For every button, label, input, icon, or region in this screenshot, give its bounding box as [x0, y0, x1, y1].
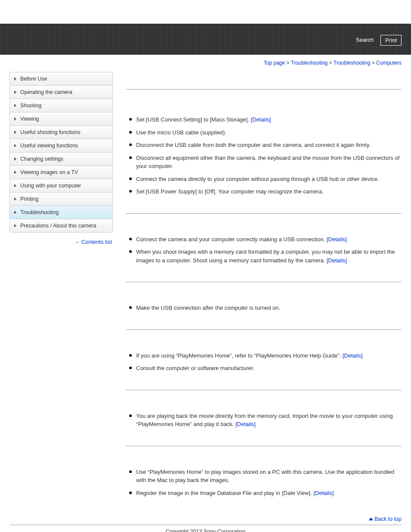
sidebar-item[interactable]: Using with your computer [10, 179, 112, 193]
copyright-text: Copyright 2013 Sony Corporation [0, 525, 411, 532]
content-section: Set [USB Connect Setting] to [Mass Stora… [126, 89, 402, 213]
list-item: Connect the camera and your computer cor… [129, 235, 402, 244]
sidebar: Before UseOperating the cameraShootingVi… [9, 72, 113, 514]
sidebar-item[interactable]: Viewing [10, 112, 112, 126]
list-item-text: When you shoot images with a memory card… [136, 249, 395, 264]
arrow-right-icon: → [74, 239, 79, 245]
list-item-text: Make the USB connection after the comput… [136, 305, 280, 311]
list-item-text: Connect the camera and your computer cor… [136, 236, 327, 243]
list-item-text: Use “PlayMemories Home” to play images s… [136, 469, 394, 484]
header-banner: Search Print [0, 24, 411, 55]
breadcrumb: Top page > Troubleshooting > Troubleshoo… [0, 55, 411, 66]
back-to-top-link[interactable]: Back to top [0, 514, 411, 525]
list-item: Register the image in the Image Database… [129, 489, 402, 498]
details-link[interactable]: [Details] [314, 490, 334, 496]
list-item: If you are using “PlayMemories Home”, re… [129, 352, 402, 360]
main-content: Set [USB Connect Setting] to [Mass Stora… [126, 72, 402, 514]
content-section: Use “PlayMemories Home” to play images s… [126, 446, 402, 515]
sidebar-item[interactable]: Printing [10, 193, 112, 206]
list-item: Disconnect all equipment other than the … [129, 154, 402, 171]
list-item: Set [USB Power Supply] to [Off]. Your co… [129, 187, 402, 196]
list-item: Set [USB Connect Setting] to [Mass Stora… [129, 115, 402, 124]
breadcrumb-link[interactable]: Troubleshooting [333, 60, 371, 66]
sidebar-item[interactable]: Precautions / About this camera [10, 219, 112, 232]
sidebar-item[interactable]: Changing settings [10, 152, 112, 166]
sidebar-item[interactable]: Before Use [10, 72, 112, 86]
list-item-text: Connect the camera directly to your comp… [136, 176, 379, 182]
content-section: Connect the camera and your computer cor… [126, 213, 402, 282]
breadcrumb-link[interactable]: Troubleshooting [291, 60, 328, 66]
list-item: Disconnect the USB cable from both the c… [129, 141, 402, 149]
list-item-text: Set [USB Connect Setting] to [Mass Stora… [136, 116, 251, 123]
contents-list-link[interactable]: →Contents list [9, 233, 113, 245]
list-item-text: Set [USB Power Supply] to [Off]. Your co… [136, 188, 324, 195]
list-item: Consult the computer or software manufac… [129, 364, 402, 373]
list-item: You are playing back the movie directly … [129, 412, 402, 429]
list-item: When you shoot images with a memory card… [129, 248, 402, 264]
list-item: Use the micro USB cable (supplied). [129, 128, 402, 137]
sidebar-item[interactable]: Viewing images on a TV [10, 166, 112, 179]
sidebar-item[interactable]: Useful viewing functions [10, 139, 112, 152]
breadcrumb-link[interactable]: Top page [264, 60, 285, 66]
list-item-text: Register the image in the Image Database… [136, 490, 314, 496]
list-item-text: Disconnect all equipment other than the … [136, 155, 399, 170]
sidebar-item[interactable]: Operating the camera [10, 86, 112, 99]
search-button[interactable]: Search [352, 35, 378, 46]
list-item-text: Consult the computer or software manufac… [136, 365, 255, 371]
breadcrumb-link[interactable]: Computers [376, 60, 402, 66]
list-item: Make the USB connection after the comput… [129, 304, 402, 312]
print-button[interactable]: Print [380, 35, 402, 46]
content-section: If you are using “PlayMemories Home”, re… [126, 330, 402, 390]
content-section: You are playing back the movie directly … [126, 390, 402, 446]
sidebar-item[interactable]: Shooting [10, 99, 112, 112]
details-link[interactable]: [Details] [342, 352, 363, 359]
list-item: Connect the camera directly to your comp… [129, 175, 402, 184]
list-item-text: Use the micro USB cable (supplied). [136, 129, 227, 136]
list-item-text: If you are using “PlayMemories Home”, re… [136, 352, 342, 359]
details-link[interactable]: [Details] [251, 116, 271, 123]
sidebar-item[interactable]: Troubleshooting [10, 206, 112, 219]
details-link[interactable]: [Details] [235, 421, 255, 427]
sidebar-item[interactable]: Useful shooting functions [10, 126, 112, 139]
list-item-text: You are playing back the movie directly … [136, 413, 393, 428]
content-section: Make the USB connection after the comput… [126, 282, 402, 330]
list-item-text: Disconnect the USB cable from both the c… [136, 142, 371, 148]
list-item: Use “PlayMemories Home” to play images s… [129, 468, 402, 485]
up-triangle-icon [369, 517, 373, 520]
details-link[interactable]: [Details] [327, 236, 347, 243]
details-link[interactable]: [Details] [327, 257, 347, 264]
